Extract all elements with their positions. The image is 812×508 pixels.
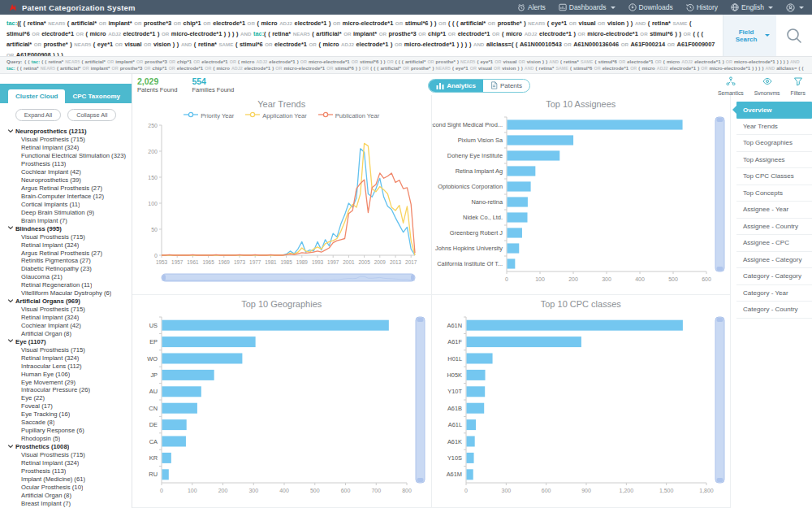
tree-item[interactable]: Breast Implant (7) [7,499,132,507]
tree-item[interactable]: Implant (Medicine) (61) [7,475,132,483]
bar-a61k[interactable] [466,436,474,447]
tree-item[interactable]: Pupillary Response (6) [7,427,132,435]
tree-parent-neuroprosthetics[interactable]: Neuroprosthetics (1211) [7,128,132,136]
tree-item[interactable]: Ocular Prosthesis (10) [7,483,132,491]
bar-second-sight-medical-prod-[interactable] [507,119,682,129]
synonyms-button[interactable]: Synonyms [754,75,780,96]
bar-nano-retina[interactable] [507,197,527,206]
tree-item[interactable]: Retinal Implant (324) [7,144,132,152]
tree-item[interactable]: Retinal Implant (324) [7,241,132,249]
tree-item[interactable]: Retinal Implant (324) [7,354,132,362]
tree-item[interactable]: Cochlear Implant (42) [7,168,132,176]
tree-item[interactable]: Intraocular Lens (112) [7,362,132,370]
tree-parent-eye[interactable]: Eye (1107) [7,337,132,345]
nav-item-top-geographies[interactable]: Top Geographies [736,135,812,152]
query-input[interactable]: tac:(( ( retina* NEAR5 ( artificial* OR … [0,15,723,56]
bar-optobionics-corporation[interactable] [507,181,530,191]
header-item-history[interactable]: History [686,3,718,11]
nav-item-assignee-category[interactable]: Assignee - Category [736,252,812,269]
tree-parent-artificial-organs[interactable]: Artificial Organs (969) [7,297,132,306]
tree-parent-prosthetics[interactable]: Prosthetics (1008) [7,443,132,451]
nav-item-category-year[interactable]: Category - Year [736,285,812,302]
toggle-analytics[interactable]: Analytics [429,80,483,92]
nav-item-top-concepts[interactable]: Top Concepts [736,185,812,202]
tree-item[interactable]: Eye (22) [7,394,132,402]
bar-y10t[interactable] [466,386,485,397]
tree-item[interactable]: Brain-Computer Interface (12) [7,193,132,201]
tree-item[interactable]: Intraocular Pressure (26) [7,386,132,394]
tree-item[interactable]: Vitelliform Macular Dystrophy (6) [7,289,132,297]
tree-item[interactable]: Cortical Implants (11) [7,200,132,208]
bar-au[interactable] [162,386,201,397]
y-axis-brush[interactable] [416,317,425,483]
legend-item-publication-year[interactable]: Publication Year [318,111,379,119]
bar-ca[interactable] [162,436,186,447]
collapse-all-button[interactable]: Collapse All [67,109,116,121]
bar-ep[interactable] [162,336,256,347]
tree-item[interactable]: Prosthesis (113) [7,467,132,475]
bar-wo[interactable] [162,354,243,364]
bar-kr[interactable] [162,453,171,463]
bar-ru[interactable] [162,469,169,480]
tab-cpc-taxonomy[interactable]: CPC Taxonomy [65,89,127,103]
tree-item[interactable]: Foveal (17) [7,402,132,410]
tree-item[interactable]: Functional Electrical Stimulation (323) [7,152,132,160]
search-button[interactable] [776,15,812,56]
bar-jp[interactable] [162,370,214,380]
tree-item[interactable]: Visual Prosthesis (715) [7,345,132,354]
header-item-alerts[interactable]: Alerts [517,3,546,11]
header-item-dashboards[interactable]: Dashboards [559,3,615,11]
tree-item[interactable]: Retinitis Pigmentosa (27) [7,257,132,265]
nav-item-overview[interactable]: Overview [736,102,812,119]
tree-item[interactable]: Cochlear Implant (42) [7,322,132,330]
bar-a61m[interactable] [466,469,473,480]
bar-doheny-eye-institute[interactable] [507,150,559,160]
y-axis-brush[interactable] [715,117,724,271]
header-item-account[interactable] [786,3,804,12]
bar-cn[interactable] [162,403,197,414]
semantics-button[interactable]: Semantics [718,75,744,96]
bar-greenberg-robert-j[interactable] [507,228,521,237]
nav-item-category-country[interactable]: Category - Country [736,302,812,319]
x-axis-brush[interactable] [162,274,415,281]
tree-item[interactable]: Retinal Implant (324) [7,458,132,467]
tree-item[interactable]: Visual Prosthesis (715) [7,136,132,144]
tree-item[interactable]: Eye Movement (29) [7,378,132,386]
nav-item-assignee-cpc[interactable]: Assignee - CPC [736,235,812,252]
bar-california-institute-of-t-[interactable] [507,258,515,268]
bar-pixium-vision-sa[interactable] [507,135,573,145]
tree-item[interactable]: Artificial Organ (8) [7,329,132,337]
tree-item[interactable]: Retinal Implant (324) [7,314,132,322]
expand-all-button[interactable]: Expand All [15,109,61,121]
tree-item[interactable]: Human Eye (106) [7,370,132,378]
nav-item-year-trends[interactable]: Year Trends [736,119,812,136]
tree-item[interactable]: Visual Prosthesis (715) [7,232,132,241]
bar-a61f[interactable] [466,336,581,347]
bar-y10s[interactable] [466,453,473,463]
bar-us[interactable] [162,320,389,331]
nav-item-assignee-country[interactable]: Assignee - Country [736,219,812,236]
header-item-english[interactable]: English [731,3,773,11]
tree-item[interactable]: Rhodopsin (5) [7,435,132,443]
bar-h05k[interactable] [466,370,485,380]
tree-item[interactable]: Neuroprosthetics (39) [7,176,132,185]
tree-item[interactable]: Saccade (8) [7,419,132,427]
tree-item[interactable]: Diabetic Retinopathy (23) [7,265,132,273]
tree-item[interactable]: Retinal Regeneration (11) [7,281,132,289]
bar-a61b[interactable] [466,403,484,414]
bar-a61l[interactable] [466,419,476,430]
nav-item-category-category[interactable]: Category - Category [736,268,812,285]
tree-item[interactable]: Argus Retinal Prosthesis (27) [7,249,132,257]
tree-item[interactable]: Glaucoma (21) [7,273,132,281]
tree-parent-blindness[interactable]: Blindness (995) [7,224,132,232]
bar-h01l[interactable] [466,354,492,364]
bar-nidek-co-ltd-[interactable] [507,212,527,222]
tree-item[interactable]: Prosthesis (113) [7,160,132,168]
tree-item[interactable]: Brain Implant (7) [7,216,132,224]
tab-cluster-cloud[interactable]: Cluster Cloud [8,89,65,103]
legend-item-application-year[interactable]: Application Year [245,111,306,119]
field-search-button[interactable]: Field Search [723,15,776,56]
header-item-downloads[interactable]: Downloads [628,3,673,11]
bar-de[interactable] [162,419,187,430]
tree-item[interactable]: Eye Tracking (16) [7,410,132,419]
